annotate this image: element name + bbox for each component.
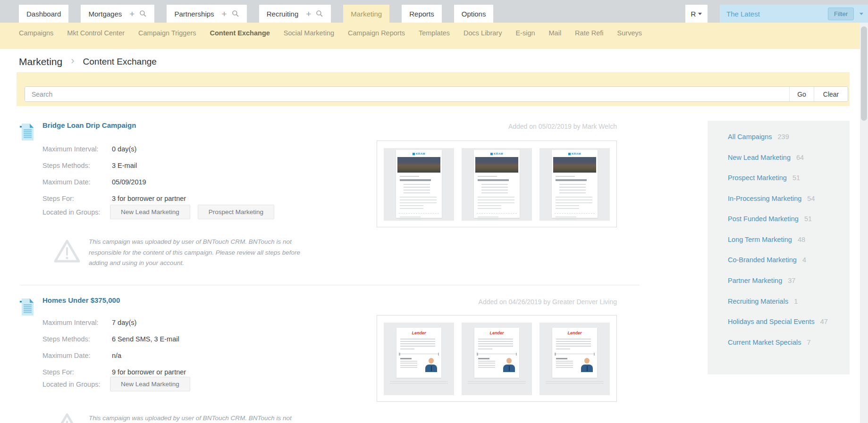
field-row: Steps For: 3 for borrower or partner — [42, 195, 186, 205]
chevron-right-icon: › — [71, 56, 74, 67]
subnav-item-templates[interactable]: Templates — [419, 29, 450, 37]
group-chip[interactable]: Prospect Marketing — [198, 205, 274, 219]
email-page-preview: KRAM — [552, 150, 598, 218]
field-value: 05/09/2019 — [112, 178, 146, 186]
paragraph-lines — [400, 339, 435, 347]
field-label: Steps Methods: — [42, 335, 110, 343]
tab-recruiting[interactable]: Recruiting + — [259, 5, 331, 23]
footer-lines — [546, 381, 603, 385]
group-chip[interactable]: New Lead Marketing — [110, 205, 190, 219]
email-preview-box: Lender — [377, 315, 617, 402]
email-thumbnail[interactable]: Lender — [462, 323, 532, 395]
tab-dashboard[interactable]: Dashboard — [19, 5, 68, 23]
subnav-item-e-sign[interactable]: E-sign — [515, 29, 535, 37]
subnav-item-surveys[interactable]: Surveys — [617, 29, 642, 37]
sidebar-link[interactable]: Co-Branded Marketing — [728, 256, 797, 264]
email-thumbnail[interactable]: Lender — [384, 323, 454, 395]
subnav-item-docs-library[interactable]: Docs Library — [463, 29, 502, 37]
lender-logo: Lender — [474, 328, 519, 335]
tab-partnerships[interactable]: Partnerships + — [167, 5, 246, 23]
sidebar-link[interactable]: Partner Marketing — [728, 277, 782, 284]
tab-reports[interactable]: Reports — [402, 5, 442, 23]
subnav-item-campaign-reports[interactable]: Campaign Reports — [348, 29, 405, 37]
subnav-item-mkt-control-center[interactable]: Mkt Control Center — [67, 29, 125, 37]
sidebar-link[interactable]: Prospect Marketing — [728, 174, 787, 182]
search-icon[interactable] — [139, 10, 147, 17]
add-icon[interactable]: + — [306, 9, 311, 18]
subnav-item-content-exchange[interactable]: Content Exchange — [210, 29, 270, 37]
agent-photo — [425, 358, 438, 372]
tab-options[interactable]: Options — [454, 5, 494, 23]
search-icon[interactable] — [232, 10, 239, 17]
sidebar-link[interactable]: Current Market Specials — [728, 339, 801, 346]
sidebar-link[interactable]: Long Term Marketing — [728, 236, 792, 243]
divider-line — [477, 213, 517, 214]
scrollbar-thumb[interactable] — [861, 26, 867, 121]
item-count: 7 — [807, 339, 811, 346]
email-thumbnail[interactable]: Lender — [539, 323, 610, 395]
sidebar-link[interactable]: Holidays and Special Events — [728, 318, 815, 325]
item-count: 37 — [788, 277, 795, 284]
tab-icon-group: + — [306, 9, 323, 18]
tab-icon-group: + — [129, 9, 147, 18]
the-latest-panel[interactable]: The Latest Filter — [720, 5, 868, 23]
field-row: Maximum Date: n/a — [42, 352, 186, 362]
item-count: 64 — [796, 154, 804, 161]
campaign-title-link[interactable]: Homes Under $375,000 — [42, 296, 120, 304]
subnav-item-rate-refi[interactable]: Rate Refi — [575, 29, 603, 37]
logo-icon — [568, 153, 571, 155]
the-latest-label: The Latest — [726, 10, 828, 18]
house-photo — [397, 157, 440, 173]
text-line — [556, 176, 575, 177]
subnav-item-campaign-triggers[interactable]: Campaign Triggers — [138, 29, 196, 37]
document-icon — [20, 122, 34, 141]
sidebar-link[interactable]: New Lead Marketing — [728, 154, 791, 161]
agent-photo — [581, 358, 593, 372]
field-label: Steps For: — [42, 368, 110, 376]
agent-photo — [503, 358, 515, 372]
divider-line — [555, 354, 595, 354]
subnav-item-mail[interactable]: Mail — [549, 29, 562, 37]
search-icon[interactable] — [316, 10, 323, 17]
signature-block — [556, 358, 593, 372]
text-line — [400, 176, 419, 177]
add-icon[interactable]: + — [222, 9, 227, 18]
email-thumbnail[interactable]: KRAM — [462, 148, 532, 221]
subnav-item-social-marketing[interactable]: Social Marketing — [284, 29, 334, 37]
text-lines — [478, 361, 495, 368]
sidebar-item-partner-marketing: Partner Marketing37 — [728, 276, 833, 286]
item-count: 54 — [807, 195, 815, 202]
bullet-lines — [481, 184, 508, 194]
avatar-head — [584, 358, 590, 364]
sidebar-link[interactable]: Recruiting Materials — [728, 298, 788, 305]
marketing-sub-nav: Campaigns Mkt Control Center Campaign Tr… — [0, 23, 868, 49]
clear-button[interactable]: Clear — [814, 87, 848, 101]
sidebar-link[interactable]: Post Funded Marketing — [728, 215, 799, 223]
warning-triangle-icon — [52, 412, 82, 423]
sidebar-link[interactable]: In-Processing Marketing — [728, 195, 801, 202]
filter-button[interactable]: Filter — [828, 8, 854, 20]
campaign-title-link[interactable]: Bridge Loan Drip Campaign — [42, 121, 136, 129]
paragraph-lines — [400, 197, 437, 203]
vertical-scrollbar[interactable] — [860, 23, 868, 423]
group-chip[interactable]: New Lead Marketing — [110, 377, 190, 391]
field-value: 6 Send SMS, 3 E-mail — [112, 335, 179, 343]
go-button[interactable]: Go — [789, 87, 814, 101]
add-icon[interactable]: + — [129, 9, 135, 18]
field-value: 9 for borrower or partner — [112, 368, 186, 376]
tab-marketing[interactable]: Marketing — [343, 5, 389, 23]
email-thumbnail[interactable]: KRAM — [539, 148, 610, 221]
chevron-down-icon[interactable] — [860, 13, 863, 15]
email-preview-box: KRAM KRAM — [377, 141, 617, 227]
tab-mortgages[interactable]: Mortgages + — [81, 5, 154, 23]
field-value: 3 E-mail — [112, 162, 137, 169]
subnav-item-campaigns[interactable]: Campaigns — [19, 29, 53, 37]
email-thumbnail[interactable]: KRAM — [384, 148, 454, 221]
sidebar-link[interactable]: All Campaigns — [728, 133, 772, 141]
sidebar-item-all-campaigns: All Campaigns239 — [728, 133, 833, 142]
user-menu-dropdown[interactable]: R — [685, 5, 708, 23]
search-input[interactable] — [25, 87, 789, 101]
breadcrumb-section[interactable]: Marketing — [19, 56, 62, 67]
chevron-down-icon — [698, 13, 702, 15]
search-bar: Go Clear — [25, 86, 848, 102]
